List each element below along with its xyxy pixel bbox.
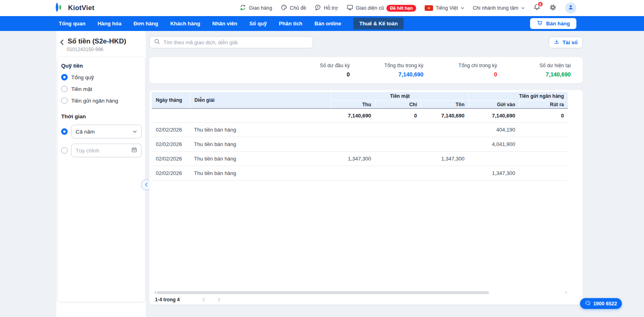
tab-hang-hoa[interactable]: Hàng hóa bbox=[97, 18, 121, 29]
time-preset-select[interactable]: Cả năm bbox=[71, 125, 142, 138]
menu-giao-dien-cu[interactable]: Giao diện cũ Đã hết hạn bbox=[347, 4, 416, 12]
settings-button[interactable] bbox=[549, 4, 557, 13]
tab-thue-ke-toan[interactable]: Thuế & Kế toán bbox=[353, 18, 404, 29]
radio-checked-icon[interactable] bbox=[61, 74, 68, 80]
radio-icon[interactable] bbox=[61, 147, 68, 154]
tab-tong-quan[interactable]: Tổng quan bbox=[59, 18, 85, 29]
cart-icon bbox=[537, 20, 543, 27]
col-header-ton: Tồn bbox=[421, 100, 469, 108]
pagination-range: 1-4 trong 4 bbox=[155, 297, 180, 303]
ledger-table-card: Ngày tháng Diễn giải Tiền mặt Tiền gửi n… bbox=[149, 90, 583, 305]
radio-checked-icon[interactable] bbox=[61, 128, 68, 135]
group-header-bank: Tiền gửi ngân hàng bbox=[469, 92, 568, 100]
scroll-right-arrow-icon[interactable] bbox=[566, 291, 569, 294]
page-title: Sổ tiền (S2e-HKD) bbox=[68, 37, 126, 45]
tab-so-quy[interactable]: Sổ quỹ bbox=[249, 18, 266, 29]
stat-current-balance: Số dư hiện tại 7,140,690 bbox=[497, 63, 571, 78]
custom-date-input[interactable]: Tùy chỉnh bbox=[71, 144, 142, 157]
fund-option-tien-gui-ngan-hang[interactable]: Tiền gửi ngân hàng bbox=[61, 97, 142, 104]
fund-option-tong-quy[interactable]: Tổng quỹ bbox=[61, 74, 142, 80]
table-row[interactable]: 02/02/2026 Thu tiền bán hàng 1,347,300 1… bbox=[152, 152, 568, 166]
vietnam-flag-icon: ★ bbox=[425, 5, 433, 11]
tab-khach-hang[interactable]: Khách hàng bbox=[170, 18, 200, 29]
total-rut-ra: 0 bbox=[519, 113, 568, 119]
time-section-title: Thời gian bbox=[61, 113, 142, 119]
delivery-icon bbox=[239, 4, 246, 12]
notification-count-badge: 8 bbox=[537, 1, 543, 7]
back-button[interactable] bbox=[59, 39, 65, 45]
tab-don-hang[interactable]: Đơn hàng bbox=[134, 18, 158, 29]
sidebar: Sổ tiền (S2e-HKD) 0101243150-996 Quỹ tiề… bbox=[56, 31, 146, 317]
filter-panel: Quỹ tiền Tổng quỹ Tiền mặt Tiền gửi ngân… bbox=[58, 57, 145, 302]
horizontal-scrollbar[interactable] bbox=[153, 291, 569, 294]
main-area: Sổ tiền (S2e-HKD) 0101243150-996 Quỹ tiề… bbox=[0, 31, 644, 317]
content-area: Tải sổ Số dư đầu kỳ 0 Tổng thu trong kỳ … bbox=[149, 31, 583, 305]
summary-card: Số dư đầu kỳ 0 Tổng thu trong kỳ 7,140,6… bbox=[149, 57, 583, 83]
total-chi: 0 bbox=[375, 113, 421, 119]
stat-opening-balance: Số dư đầu kỳ 0 bbox=[276, 63, 350, 78]
notifications-button[interactable]: 8 bbox=[533, 4, 541, 12]
radio-icon[interactable] bbox=[61, 86, 68, 92]
sell-button[interactable]: Bán hàng bbox=[530, 18, 576, 29]
branch-selector[interactable]: Chi nhánh trung tâm bbox=[473, 5, 525, 11]
menu-ho-tro[interactable]: Hỗ trợ bbox=[314, 4, 338, 12]
menu-chu-de[interactable]: Chủ đề bbox=[281, 4, 306, 12]
total-thu: 7,140,690 bbox=[331, 113, 375, 119]
stat-total-expense: Tổng chi trong kỳ 0 bbox=[423, 63, 497, 78]
col-header-thu: Thu bbox=[331, 100, 375, 108]
user-avatar[interactable] bbox=[565, 2, 576, 14]
chevron-left-icon bbox=[144, 181, 149, 189]
menu-giao-hang[interactable]: Giao hàng bbox=[239, 4, 272, 12]
chevron-down-icon bbox=[460, 6, 464, 10]
hotline-number: 1900 6522 bbox=[593, 301, 617, 307]
brand-logo[interactable]: KiotViet bbox=[54, 2, 95, 14]
download-ledger-button[interactable]: Tải sổ bbox=[549, 37, 583, 48]
prev-page-button[interactable] bbox=[201, 297, 206, 303]
col-header-rut-ra: Rút ra bbox=[519, 100, 568, 108]
fund-section-title: Quỹ tiền bbox=[61, 63, 142, 69]
kiotviet-logo-icon bbox=[54, 2, 65, 14]
scrollbar-thumb[interactable] bbox=[157, 291, 489, 294]
expired-badge: Đã hết hạn bbox=[386, 5, 416, 12]
radio-icon[interactable] bbox=[61, 97, 68, 104]
table-row[interactable]: 02/02/2026 Thu tiền bán hàng 1,347,300 bbox=[152, 166, 568, 181]
col-header-desc: Diễn giải bbox=[190, 92, 331, 108]
table-row[interactable]: 02/02/2026 Thu tiền bán hàng 4,041,900 bbox=[152, 137, 568, 152]
tab-ban-online[interactable]: Bán online bbox=[314, 18, 341, 29]
tax-code: 0101243150-996 bbox=[67, 47, 146, 52]
tab-phan-tich[interactable]: Phân tích bbox=[279, 18, 303, 29]
scroll-left-arrow-icon[interactable] bbox=[153, 291, 156, 294]
language-switcher[interactable]: ★ Tiếng Việt bbox=[425, 5, 464, 11]
pagination: 1-4 trong 4 bbox=[155, 297, 222, 303]
search-input[interactable] bbox=[163, 39, 309, 45]
brand-name: KiotViet bbox=[68, 4, 95, 12]
chevron-down-icon bbox=[132, 129, 137, 134]
fund-option-tien-mat[interactable]: Tiền mặt bbox=[61, 86, 142, 92]
next-page-button[interactable] bbox=[216, 297, 222, 303]
time-preset-row: Cả năm bbox=[61, 125, 142, 138]
search-box[interactable] bbox=[149, 36, 313, 48]
monitor-icon bbox=[347, 4, 353, 12]
group-header-cash: Tiền mặt bbox=[331, 92, 469, 100]
table-totals-row: 7,140,690 0 7,140,690 7,140,690 0 bbox=[152, 109, 568, 123]
calendar-icon bbox=[131, 147, 137, 154]
top-header: KiotViet Giao hàng bbox=[0, 0, 644, 16]
time-custom-row: Tùy chỉnh bbox=[61, 144, 142, 157]
chevron-down-icon bbox=[521, 6, 525, 10]
person-icon bbox=[568, 4, 574, 12]
col-header-chi: Chi bbox=[375, 100, 421, 108]
kiotviet-app: KiotViet Giao hàng bbox=[0, 0, 644, 317]
help-icon bbox=[314, 4, 321, 12]
chat-bubble-icon bbox=[585, 300, 591, 307]
support-hotline-button[interactable]: 1900 6522 bbox=[580, 298, 622, 309]
gear-icon bbox=[549, 4, 557, 13]
palette-icon bbox=[281, 4, 287, 12]
search-icon bbox=[154, 38, 160, 46]
tab-nhan-vien[interactable]: Nhân viên bbox=[212, 18, 237, 29]
download-icon bbox=[554, 39, 559, 46]
stat-total-income: Tổng thu trong kỳ 7,140,690 bbox=[350, 63, 423, 78]
table-row[interactable]: 02/02/2026 Thu tiền bán hàng 404,190 bbox=[152, 123, 568, 137]
table-header: Ngày tháng Diễn giải Tiền mặt Tiền gửi n… bbox=[152, 92, 568, 109]
col-header-gui-vao: Gửi vào bbox=[469, 100, 519, 108]
main-nav: Tổng quan Hàng hóa Đơn hàng Khách hàng N… bbox=[0, 16, 644, 31]
